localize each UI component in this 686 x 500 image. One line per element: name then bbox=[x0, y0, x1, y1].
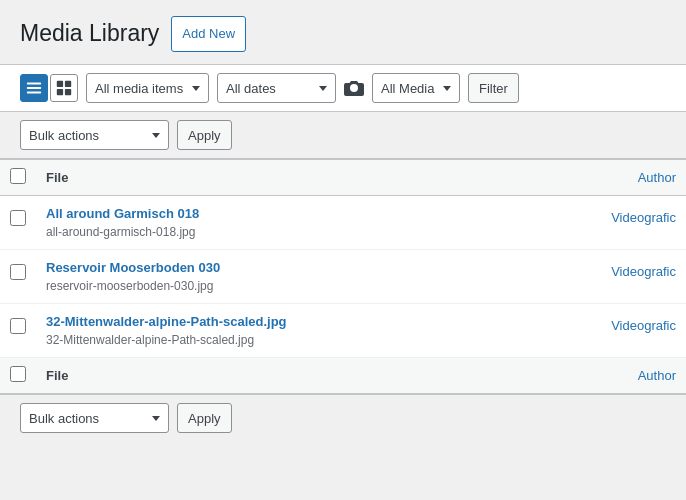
table-header-row: File Author bbox=[0, 160, 686, 196]
view-toggle bbox=[20, 74, 78, 102]
list-view-button[interactable] bbox=[20, 74, 48, 102]
bulk-actions-select-top[interactable]: Bulk actions Delete Permanently bbox=[20, 120, 169, 150]
row-checkbox-cell bbox=[0, 250, 36, 304]
col-author-footer: Author bbox=[566, 358, 686, 394]
row-checkbox-1[interactable] bbox=[10, 264, 26, 280]
date-filter[interactable]: All dates January 2024 February 2024 bbox=[217, 73, 336, 103]
table-footer-row: File Author bbox=[0, 358, 686, 394]
row-file-cell: All around Garmisch 018 all-around-garmi… bbox=[36, 196, 566, 250]
apply-button-top[interactable]: Apply bbox=[177, 120, 232, 150]
row-author-cell[interactable]: Videografic bbox=[566, 196, 686, 250]
grid-view-button[interactable] bbox=[50, 74, 78, 102]
bulk-action-bar-top: Bulk actions Delete Permanently Apply bbox=[0, 112, 686, 159]
bulk-actions-select-bottom[interactable]: Bulk actions Delete Permanently bbox=[20, 403, 169, 433]
col-file-header: File bbox=[36, 160, 566, 196]
table-row: Reservoir Mooserboden 030 reservoir-moos… bbox=[0, 250, 686, 304]
file-title-link[interactable]: All around Garmisch 018 bbox=[46, 206, 556, 221]
row-file-cell: 32-Mittenwalder-alpine-Path-scaled.jpg 3… bbox=[36, 304, 566, 358]
row-checkbox-cell bbox=[0, 304, 36, 358]
camera-icon bbox=[344, 80, 364, 96]
svg-rect-2 bbox=[27, 92, 41, 94]
svg-rect-5 bbox=[57, 89, 63, 95]
table-row: All around Garmisch 018 all-around-garmi… bbox=[0, 196, 686, 250]
file-subtitle: reservoir-mooserboden-030.jpg bbox=[46, 279, 213, 293]
filter-toolbar: All media items Images Audio Video Docum… bbox=[0, 64, 686, 112]
bulk-action-bar-bottom: Bulk actions Delete Permanently Apply bbox=[0, 394, 686, 441]
row-checkbox-cell bbox=[0, 196, 36, 250]
row-author-cell[interactable]: Videografic bbox=[566, 250, 686, 304]
media-table: File Author All around Garmisch 018 all-… bbox=[0, 159, 686, 394]
svg-rect-0 bbox=[27, 83, 41, 85]
svg-rect-3 bbox=[57, 81, 63, 87]
select-all-checkbox-top[interactable] bbox=[10, 168, 26, 184]
svg-rect-4 bbox=[65, 81, 71, 87]
table-body: All around Garmisch 018 all-around-garmi… bbox=[0, 196, 686, 358]
apply-button-bottom[interactable]: Apply bbox=[177, 403, 232, 433]
media-type-filter[interactable]: All media items Images Audio Video Docum… bbox=[86, 73, 209, 103]
grid-view-icon bbox=[55, 79, 73, 97]
table-row: 32-Mittenwalder-alpine-Path-scaled.jpg 3… bbox=[0, 304, 686, 358]
page-title: Media Library bbox=[20, 19, 159, 49]
row-checkbox-2[interactable] bbox=[10, 318, 26, 334]
file-title-link[interactable]: Reservoir Mooserboden 030 bbox=[46, 260, 556, 275]
media-filter[interactable]: All Media Images Video Audio bbox=[372, 73, 460, 103]
svg-rect-1 bbox=[27, 87, 41, 89]
row-checkbox-0[interactable] bbox=[10, 210, 26, 226]
page-header: Media Library Add New bbox=[0, 0, 686, 64]
row-file-cell: Reservoir Mooserboden 030 reservoir-moos… bbox=[36, 250, 566, 304]
col-file-footer: File bbox=[36, 358, 566, 394]
filter-button[interactable]: Filter bbox=[468, 73, 519, 103]
row-author-cell[interactable]: Videografic bbox=[566, 304, 686, 358]
col-author-header: Author bbox=[566, 160, 686, 196]
file-subtitle: 32-Mittenwalder-alpine-Path-scaled.jpg bbox=[46, 333, 254, 347]
select-all-checkbox-bottom[interactable] bbox=[10, 366, 26, 382]
svg-rect-6 bbox=[65, 89, 71, 95]
page-wrapper: Media Library Add New A bbox=[0, 0, 686, 441]
list-view-icon bbox=[25, 79, 43, 97]
file-subtitle: all-around-garmisch-018.jpg bbox=[46, 225, 195, 239]
add-new-button[interactable]: Add New bbox=[171, 16, 246, 52]
file-title-link[interactable]: 32-Mittenwalder-alpine-Path-scaled.jpg bbox=[46, 314, 556, 329]
